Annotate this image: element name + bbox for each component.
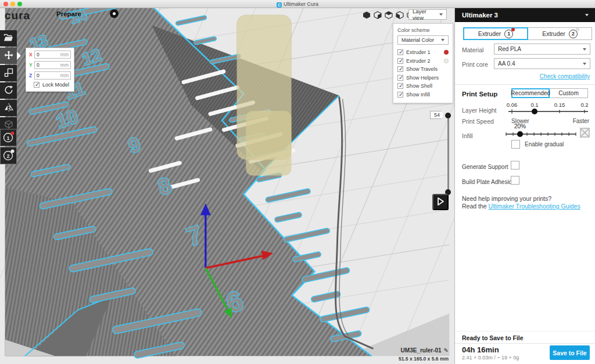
color-scheme-dropdown[interactable]: Material Color [397, 35, 449, 45]
extruder-1-number-icon: 1 [504, 30, 513, 38]
generate-support-label: Generate Support [462, 164, 508, 170]
svg-text:0.06: 0.06 [507, 102, 518, 108]
show-helpers-checkbox[interactable] [397, 75, 403, 81]
generate-support-checkbox[interactable] [511, 161, 519, 170]
print-core-label: Print core [462, 61, 488, 68]
build-plate-adhesion-label: Build Plate Adhesion [462, 179, 515, 185]
position-panel: X 0mm Y 0mm Z 0mm Lock Model [26, 48, 74, 92]
rotate-icon [4, 85, 13, 96]
infill-label: Infill [462, 132, 473, 139]
lock-model-checkbox[interactable] [34, 82, 40, 88]
material-dropdown[interactable]: Red PLA [494, 44, 590, 55]
machine-header[interactable]: Ultimaker 3 [455, 8, 595, 22]
layer-slider-track[interactable] [447, 116, 449, 192]
divider [455, 331, 595, 331]
divider [455, 84, 595, 85]
extruder-1-material-dot [511, 28, 515, 31]
extruder-2-checkbox[interactable] [397, 58, 403, 64]
infill-handle[interactable] [517, 131, 523, 137]
troubleshooting-guides-link[interactable]: Ultimaker Troubleshooting Guides [489, 203, 580, 210]
view-mode-dropdown[interactable]: Layer view [408, 9, 447, 20]
show-travels-checkbox[interactable] [397, 66, 403, 72]
option-show-infill: Show Infill [397, 91, 449, 99]
rename-model-icon[interactable]: ✎ [444, 347, 449, 354]
view-front-icon[interactable] [374, 11, 382, 19]
layer-height-label: Layer Height [462, 107, 497, 114]
svg-text:1: 1 [6, 135, 9, 140]
divider [455, 343, 595, 344]
help-text-2: Read the Ultimaker Troubleshooting Guide… [462, 203, 580, 210]
check-compatibility-link[interactable]: Check compatibility [540, 73, 590, 80]
svg-text:0.1: 0.1 [531, 102, 538, 108]
chevron-down-icon [439, 13, 443, 16]
svg-text:0.15: 0.15 [554, 102, 565, 108]
open-folder-icon [3, 33, 13, 44]
option-show-shell: Show Shell [397, 82, 449, 91]
svg-text:20%: 20% [514, 123, 526, 129]
print-core-dropdown[interactable]: AA 0.4 [494, 58, 590, 69]
show-shell-checkbox[interactable] [397, 83, 403, 89]
mirror-icon [4, 103, 13, 114]
extruder-1-select-button[interactable]: 1 [0, 129, 17, 146]
title-bar: CUltimaker Cura [0, 0, 595, 8]
chevron-down-icon [583, 63, 586, 65]
extruder-2-color-swatch [444, 59, 449, 63]
cura-app-icon: C [277, 2, 282, 8]
view-top-icon[interactable] [385, 11, 393, 19]
option-extruder-1: Extruder 1 [397, 48, 449, 57]
lock-model-label: Lock Model [42, 82, 69, 88]
cura-logo: cura [5, 9, 30, 22]
color-scheme-title: Color scheme [397, 27, 449, 33]
tab-extruder-1[interactable]: Extruder 1 [463, 27, 528, 40]
extruder-2-select-button[interactable]: 2 [0, 147, 17, 164]
tool-mirror-button[interactable] [0, 100, 17, 116]
extruder-1-checkbox[interactable] [397, 49, 403, 55]
view-left-icon[interactable] [396, 11, 404, 19]
show-infill-checkbox[interactable] [397, 92, 403, 98]
extruder-2-material-dot [576, 28, 579, 31]
model-dimensions: 51.5 x 165.0 x 5.6 mm [337, 356, 449, 362]
recommended-mode-button[interactable]: Recommended [511, 88, 550, 98]
layer-height-slider[interactable]: 0.06 0.1 0.15 0.2 [504, 101, 594, 117]
x-position-input[interactable]: 0mm [34, 51, 71, 59]
camera-view-presets [363, 11, 415, 19]
view-3d-icon[interactable] [363, 11, 371, 19]
tool-rotate-button[interactable] [0, 82, 17, 99]
prime-tower-ghost [237, 15, 292, 176]
enable-gradual-checkbox[interactable] [511, 140, 520, 149]
help-text: Need help improving your prints? [462, 195, 551, 202]
chevron-down-icon [441, 39, 445, 41]
chevron-down-icon [585, 14, 589, 16]
layer-height-handle[interactable] [532, 109, 537, 114]
model-info: UM3E_ruler-01✎ 51.5 x 165.0 x 5.6 mm [337, 344, 449, 362]
svg-text:2: 2 [6, 153, 9, 158]
option-show-travels: Show Travels [397, 65, 449, 74]
model-name: UM3E_ruler-01 [401, 347, 442, 354]
z-position-input[interactable]: 0mm [34, 71, 71, 80]
extruder-2-number-icon: 2 [569, 30, 578, 38]
z-axis-label: Z [29, 73, 34, 78]
y-axis-label: Y [29, 62, 34, 68]
tool-move-button[interactable] [0, 48, 17, 64]
layer-play-button[interactable] [432, 194, 449, 210]
layer-slider-handle[interactable] [445, 113, 451, 118]
help-badge-icon[interactable] [110, 9, 119, 18]
build-plate-adhesion-checkbox[interactable] [511, 176, 519, 185]
tool-scale-button[interactable] [0, 65, 17, 81]
play-icon [435, 196, 446, 208]
stage-tab-prepare[interactable]: Prepare [56, 10, 81, 17]
material-label: Material [462, 46, 483, 53]
open-file-button[interactable] [0, 30, 17, 46]
print-time-estimate: 04h 16min [462, 345, 499, 354]
save-to-file-button[interactable]: Save to File [550, 345, 590, 360]
gradual-infill-icon [580, 128, 590, 138]
tab-extruder-2[interactable]: Extruder 2 [528, 27, 592, 40]
print-setup-title: Print Setup [462, 91, 497, 98]
option-show-helpers: Show Helpers [397, 74, 449, 82]
y-position-input[interactable]: 0mm [34, 61, 71, 69]
custom-mode-button[interactable]: Custom [549, 88, 588, 98]
cura-window: CUltimaker Cura [0, 0, 595, 364]
extruder-1-color-swatch [444, 50, 449, 55]
material-estimate: 2.41 + 0.03m / ~ 19 + 0g [462, 355, 519, 361]
infill-slider[interactable]: 20% [504, 123, 578, 139]
